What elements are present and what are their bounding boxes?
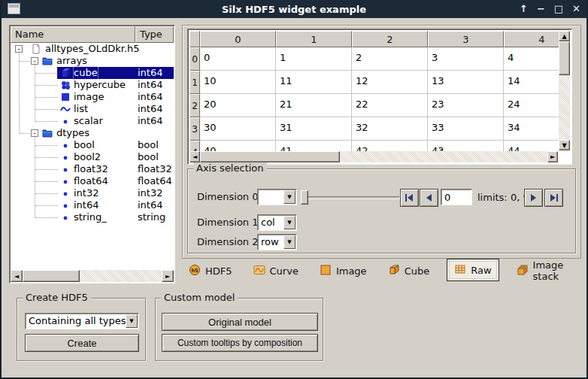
maximize-button[interactable]: □ (554, 0, 563, 18)
previous-frame-button[interactable] (420, 189, 438, 207)
table-cell[interactable]: 4 (504, 47, 560, 71)
tree-row-dataset[interactable]: int32 int32 (11, 187, 174, 199)
tree-row-dataset[interactable]: string_ string (11, 211, 174, 223)
col-header[interactable]: 0 (200, 31, 276, 47)
tree-row-dataset[interactable]: bool bool (11, 139, 174, 151)
dimension-0-slider-track[interactable] (304, 196, 400, 199)
dimension-1-combo[interactable]: col ▼ (257, 214, 297, 231)
scrollbar-thumb[interactable] (200, 151, 340, 162)
tab-curve[interactable]: Curve (247, 262, 305, 279)
scroll-down-icon[interactable]: ▼ (559, 140, 570, 150)
dot-icon (60, 212, 71, 223)
expander-icon[interactable]: - (31, 57, 38, 65)
scroll-right-icon[interactable]: ► (162, 270, 174, 282)
table-corner[interactable] (189, 31, 200, 47)
col-header[interactable]: 1 (276, 31, 352, 47)
tab-raw[interactable]: Raw (447, 259, 499, 281)
tree-row-dataset[interactable]: int64 int64 (11, 199, 174, 211)
row-header[interactable]: 3 (189, 117, 200, 141)
tree-row-file[interactable]: - alltypes_OLdDkr.h5 (11, 43, 174, 55)
hdf5-icon: h5 (189, 264, 201, 278)
chevron-down-icon[interactable]: ▼ (283, 216, 296, 229)
table-cell[interactable]: 2 (352, 47, 428, 71)
tree-item-type: float64 (138, 175, 172, 187)
window-title: Silx HDF5 widget example (0, 4, 588, 15)
tree-row-dataset-selected[interactable]: cube int64 (11, 67, 174, 79)
tree-header-name[interactable]: Name (11, 26, 135, 43)
table-cell[interactable]: 12 (352, 71, 428, 94)
close-button[interactable]: ✕ (572, 0, 580, 18)
table-cell[interactable]: 20 (200, 94, 276, 117)
tree-header-type[interactable]: Type (135, 26, 174, 43)
tree-row-group[interactable]: - dtypes (11, 127, 174, 139)
scrollbar-thumb[interactable] (559, 41, 570, 75)
tree-row-dataset[interactable]: float64 float64 (11, 175, 174, 187)
cube-icon (60, 68, 71, 78)
table-cell[interactable]: 10 (200, 71, 276, 94)
tree-row-group[interactable]: - arrays (11, 55, 174, 67)
custom-tooltips-button[interactable]: Custom tooltips by composition (162, 334, 318, 352)
scroll-left-icon[interactable]: ◄ (189, 151, 200, 162)
last-frame-button[interactable] (544, 189, 563, 207)
tree-row-dataset[interactable]: float32 float32 (11, 163, 174, 175)
table-cell[interactable]: 34 (504, 117, 560, 141)
tab-cube[interactable]: Cube (381, 262, 437, 279)
table-cell[interactable]: 14 (504, 71, 560, 94)
expander-icon[interactable]: - (31, 129, 38, 137)
dimension-0-slider-handle[interactable] (301, 190, 308, 205)
tab-image[interactable]: Image (313, 262, 374, 279)
rollup-button[interactable]: ↑ (520, 0, 528, 18)
table-cell[interactable]: 32 (352, 117, 428, 141)
row-header[interactable]: 0 (189, 47, 200, 71)
scroll-left-icon[interactable]: ◄ (11, 270, 23, 282)
table-cell[interactable]: 11 (276, 71, 352, 94)
scroll-up-icon[interactable]: ▲ (559, 31, 570, 41)
table-cell[interactable]: 0 (200, 47, 276, 71)
table-cell[interactable]: 3 (428, 47, 504, 71)
original-model-button[interactable]: Original model (162, 313, 318, 331)
tab-hdf5[interactable]: h5 HDF5 (182, 262, 239, 279)
chevron-down-icon[interactable]: ▼ (283, 235, 296, 249)
dimension-2-combo[interactable]: row ▼ (257, 234, 297, 250)
row-header[interactable]: 2 (189, 94, 200, 117)
expander-icon[interactable]: - (15, 45, 23, 53)
tree-row-dataset[interactable]: image int64 (11, 91, 174, 103)
table-vertical-scrollbar[interactable]: ▲ ▼ (559, 31, 570, 150)
row-header[interactable]: 1 (189, 71, 200, 94)
table-cell[interactable]: 1 (276, 47, 352, 71)
table-cell[interactable]: 24 (504, 94, 560, 117)
chevron-down-icon[interactable]: ▼ (283, 190, 296, 204)
limits-label: limits: 0, 9 (477, 189, 529, 207)
create-button[interactable]: Create (25, 334, 139, 352)
tree-row-dataset[interactable]: bool2 bool (11, 151, 174, 163)
data-table: 0 1 2 3 4 0 0 1 2 3 4 1 10 11 12 13 14 2… (187, 29, 572, 165)
table-cell[interactable]: 23 (428, 94, 504, 117)
frame-index-input[interactable] (441, 189, 472, 205)
tree-horizontal-scrollbar[interactable]: ◄ ► (11, 270, 174, 282)
scrollbar-thumb[interactable] (23, 270, 80, 282)
minimize-button[interactable]: − (537, 0, 545, 18)
table-cell[interactable]: 22 (352, 94, 428, 117)
tree-item-label: cube (74, 67, 98, 79)
tree-row-dataset[interactable]: hypercube int64 (11, 79, 174, 91)
col-header[interactable]: 3 (428, 31, 504, 47)
table-cell[interactable]: 21 (276, 94, 352, 117)
first-frame-button[interactable] (400, 189, 419, 207)
tree-item-type: int64 (138, 115, 163, 127)
table-cell[interactable]: 31 (276, 117, 352, 141)
scroll-right-icon[interactable]: ► (547, 151, 558, 162)
table-cell[interactable]: 13 (428, 71, 504, 94)
table-cell[interactable]: 30 (200, 117, 276, 141)
tree-item-label: alltypes_OLdDkr.h5 (45, 43, 140, 55)
create-type-combo[interactable]: Containing all types ▼ (25, 313, 139, 329)
table-horizontal-scrollbar[interactable]: ◄ ► (189, 151, 558, 162)
tree-row-dataset[interactable]: list int64 (11, 103, 174, 115)
col-header[interactable]: 2 (352, 31, 428, 47)
next-frame-button[interactable] (524, 189, 543, 207)
tab-image-stack[interactable]: Image stack (510, 262, 586, 279)
dimension-0-combo[interactable]: ▼ (257, 189, 297, 205)
col-header[interactable]: 4 (504, 31, 560, 47)
tree-row-dataset[interactable]: scalar int64 (11, 115, 174, 127)
chevron-down-icon[interactable]: ▼ (126, 314, 138, 328)
table-cell[interactable]: 33 (428, 117, 504, 141)
